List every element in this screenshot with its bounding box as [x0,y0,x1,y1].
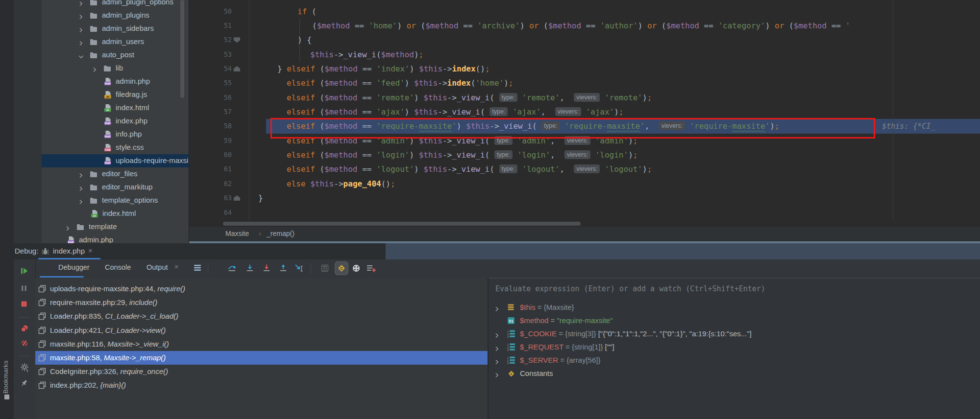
line-number[interactable]: 56 [206,91,232,105]
pause-button[interactable] [20,284,29,293]
stack-frame-row[interactable]: Loader.php:421, CI_Loader->view() [35,324,488,337]
threads-button[interactable] [352,264,363,274]
tree-item-admin-users[interactable]: admin_users [42,35,189,48]
line-number[interactable]: 52 [206,33,232,47]
variable-row-constants[interactable]: cConstants [489,367,980,380]
line-number[interactable]: 51 [206,19,232,33]
menu-button[interactable] [193,264,204,274]
line-number[interactable]: 61 [206,162,232,176]
breadcrumb-method[interactable]: _remap() [267,230,294,237]
project-tree-scrollbar[interactable] [180,0,184,98]
fold-marker-icon[interactable] [234,66,240,71]
tree-item-admin-plugin-options[interactable]: admin_plugin_options [42,0,189,9]
close-icon[interactable]: × [174,263,178,271]
line-number[interactable]: 57 [206,105,232,119]
mute-breakpoints-button[interactable] [20,339,29,348]
settings-button[interactable] [20,363,29,372]
pin-button[interactable] [20,379,29,388]
stack-frame-row[interactable]: require-maxsite.php:29, include() [35,296,488,309]
code-line-61[interactable]: elseif ($method == 'logout') $this->_vie… [287,162,652,176]
stack-frame-row[interactable]: uploads-require-maxsite.php:44, require(… [35,282,488,296]
view-breakpoints-button[interactable] [20,324,29,333]
stack-frame-row[interactable]: index.php:202, {main}() [35,378,488,392]
line-number[interactable]: 50 [206,4,232,19]
chev-right-icon[interactable] [78,26,83,35]
stack-frame-row[interactable]: Loader.php:835, CI_Loader->_ci_load() [35,309,488,323]
evaluate-button[interactable] [320,264,331,274]
tree-item-template[interactable]: template [42,220,189,233]
force-step-into-button[interactable] [263,264,273,274]
tree-item-admin-sidebars[interactable]: admin_sidebars [42,22,189,35]
code-line-54[interactable]: } elseif ($method == 'index') $this->ind… [277,62,490,76]
tab-debugger[interactable]: Debugger [58,263,90,271]
tree-item-lib[interactable]: lib [42,62,189,75]
tree-item-index-php[interactable]: PHPindex.php [42,115,189,128]
chev-right-icon[interactable] [78,13,83,22]
tree-item-editor-files[interactable]: editor_files [42,167,189,181]
line-number[interactable]: 54 [206,62,232,76]
breadcrumb-class[interactable]: Maxsite [225,230,249,237]
resume-button[interactable] [20,267,29,276]
fold-marker-icon[interactable] [234,37,240,43]
run-to-cursor-button[interactable] [294,264,305,274]
code-editor[interactable]: 50if (51($method == 'home') or ($method … [189,0,980,243]
add-watch-button[interactable] [367,264,377,274]
stack-frame-row[interactable]: CodeIgniter.php:326, require_once() [35,365,488,378]
code-line-60[interactable]: elseif ($method == 'login') $this->_view… [287,148,637,162]
variable-row-method[interactable]: 01$method = "require-maxsite" [489,314,980,327]
tree-item-index-html[interactable]: Hindex.html [42,207,189,220]
close-icon[interactable]: × [88,246,93,255]
chev-right-icon[interactable] [92,66,97,74]
code-line-63[interactable]: } [258,191,263,205]
line-number[interactable]: 63 [206,191,232,205]
bookmarks-toolwindow-button[interactable]: Bookmarks [2,343,9,394]
line-number[interactable]: 64 [206,206,232,220]
code-line-55[interactable]: elseif ($method == 'feed') $this->index(… [287,76,513,90]
line-number[interactable]: 58 [206,119,232,133]
chev-right-icon[interactable] [494,331,499,340]
stack-frame-row[interactable]: maxsite.php:116, Maxsite->_view_i() [35,337,488,351]
chev-down-icon[interactable] [78,52,84,61]
variable-row-server[interactable]: 123$_SERVER = {array[56]} [489,354,980,367]
editor-hscrollbar-thumb[interactable] [223,222,581,226]
chev-right-icon[interactable] [78,171,83,180]
line-number[interactable]: 55 [206,76,232,90]
stack-frame-row[interactable]: maxsite.php:58, Maxsite->_remap() [35,351,488,365]
chev-right-icon[interactable] [494,358,499,367]
variables-panel[interactable]: Evaluate expression (Enter) or add a wat… [489,278,980,419]
tree-item-template-options[interactable]: template_options [42,194,189,207]
chev-right-icon[interactable] [494,371,499,380]
stack-frames-list[interactable]: uploads-require-maxsite.php:44, require(… [35,278,488,419]
chev-right-icon[interactable] [494,345,499,353]
tree-item-uploads-require-maxsite-php[interactable]: PHPuploads-require-maxsite.php [42,154,189,167]
code-line-57[interactable]: elseif ($method == 'ajax') $this->_view_… [287,105,623,119]
tree-item-editor-markitup[interactable]: editor_markitup [42,181,189,194]
step-out-button[interactable] [279,264,290,274]
chev-right-icon[interactable] [78,185,83,193]
step-into-button[interactable] [246,264,257,274]
chev-right-icon[interactable] [494,305,499,314]
chev-right-icon[interactable] [78,39,83,48]
code-line-56[interactable]: elseif ($method == 'remote') $this->_vie… [287,91,652,105]
code-line-52[interactable]: ) { [297,33,312,47]
line-number[interactable]: 53 [206,47,232,62]
stop-button[interactable] [20,300,29,309]
tree-item-style-css[interactable]: CSSstyle.css [42,141,189,154]
line-number[interactable]: 59 [206,134,232,148]
code-line-53[interactable]: $this->_view_i($method); [310,47,423,62]
line-number[interactable]: 60 [206,148,232,162]
chev-right-icon[interactable] [78,0,83,8]
step-over-button[interactable] [227,264,238,274]
chev-right-icon[interactable] [78,198,83,207]
tab-output[interactable]: Output [147,263,168,271]
tree-item-filedrag-js[interactable]: JSfiledrag.js [42,88,189,101]
constants-toggle-button[interactable]: C [335,261,348,275]
code-line-50[interactable]: if ( [297,4,317,19]
code-line-62[interactable]: else $this->page_404(); [287,177,395,191]
variable-row-request[interactable]: 123$_REQUEST = {string[1]} [""] [489,341,980,354]
tree-item-admin-plugins[interactable]: admin_plugins [42,9,189,22]
code-line-51[interactable]: ($method == 'home') or ($method == 'arch… [312,19,850,33]
tab-console[interactable]: Console [105,263,131,271]
tree-item-info-php[interactable]: PHPinfo.php [42,128,189,141]
tree-item-admin-php[interactable]: PHPadmin.php [42,233,189,244]
